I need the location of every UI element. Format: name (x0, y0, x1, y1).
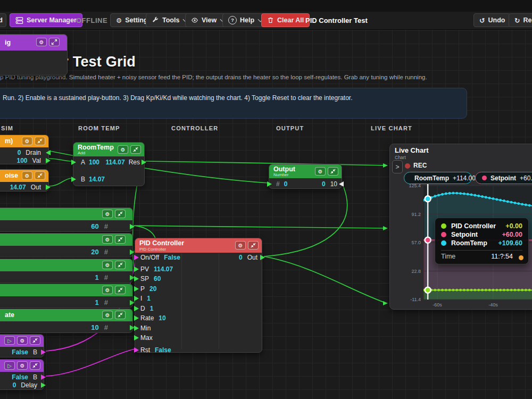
val-value[interactable]: 100 (17, 157, 28, 164)
setpoint-const-node[interactable]: ⚙ 60 # (0, 207, 133, 232)
output-right-port[interactable] (339, 181, 344, 187)
gear-icon[interactable]: ⚙ (22, 171, 32, 180)
collapse-icon[interactable] (35, 171, 45, 180)
gear-icon[interactable]: ⚙ (102, 261, 113, 269)
rst-input-port[interactable] (134, 347, 139, 353)
output-number-node[interactable]: Output Number ⚙ # 0 0 10 (269, 164, 342, 189)
collapse-icon[interactable] (115, 286, 126, 294)
heater-sim-node[interactable]: m) ⚙ 0 Drain 100 Val (0, 135, 49, 164)
noise-node[interactable]: oise ⚙ 14.07 Out (0, 169, 49, 192)
play-icon[interactable]: ▷ (4, 361, 15, 370)
legend-chip-roomtemp[interactable]: RoomTemp +114.00 (404, 172, 472, 184)
d-input-port[interactable] (134, 306, 139, 311)
input-b-port[interactable] (71, 177, 76, 182)
onoff-input-port[interactable] (134, 255, 139, 260)
pid-controller-node[interactable]: PID Controller PID Controller ⚙ On/OffFa… (135, 238, 262, 353)
rate-value[interactable]: 10 (91, 323, 98, 331)
collapse-icon[interactable] (130, 145, 141, 154)
onoff-value[interactable]: False (164, 254, 180, 261)
p-input-port[interactable] (134, 286, 139, 292)
reset-toggle-node[interactable]: ▷ ⚙ False B 0 Delay (0, 359, 44, 390)
collapse-icon[interactable] (30, 361, 40, 370)
gear-icon[interactable]: ⚙ (17, 361, 28, 370)
pid-output-port[interactable] (260, 255, 265, 260)
rate-const-node[interactable]: ate ⚙ 10 # (0, 309, 133, 333)
min-input-port[interactable] (134, 326, 139, 331)
val-output-port[interactable] (46, 158, 51, 163)
play-icon[interactable]: ▷ (4, 336, 15, 345)
rec-indicator-dot[interactable] (405, 163, 410, 169)
drain-value[interactable]: 0 (18, 149, 21, 156)
gear-icon[interactable]: ⚙ (102, 235, 113, 244)
delay-value[interactable]: 0 (13, 381, 16, 389)
expand-icon[interactable] (49, 38, 60, 46)
collapse-icon[interactable] (328, 167, 338, 176)
kp-const-node[interactable]: ⚙ 20 # (0, 233, 133, 257)
kp-output-port[interactable] (130, 250, 135, 255)
noise-output-port[interactable] (46, 185, 51, 190)
ki-value[interactable]: 1 (95, 273, 99, 281)
gear-icon[interactable]: ⚙ (17, 336, 28, 345)
gear-icon[interactable]: ⚙ (36, 38, 47, 46)
undo-button[interactable]: ↺ Undo (473, 13, 511, 27)
kd-const-node[interactable]: ⚙ 1 # (0, 284, 133, 308)
sp-value[interactable]: 60 (154, 275, 161, 282)
chart-input-arrows[interactable] (383, 163, 388, 305)
i-input-port[interactable] (134, 296, 139, 301)
config-node[interactable]: ig ⚙ (0, 34, 68, 76)
clear-all-button[interactable]: Clear All (261, 13, 310, 27)
rst-value[interactable]: False (155, 346, 171, 354)
gear-icon[interactable]: ⚙ (22, 137, 32, 145)
collapse-icon[interactable] (35, 137, 45, 145)
noise-out-value[interactable]: 14.07 (10, 184, 26, 191)
chip-roomtemp-name: RoomTemp (414, 174, 449, 182)
input-b-value[interactable]: 14.07 (89, 176, 105, 183)
d-value[interactable]: 1 (150, 305, 154, 312)
reset-output-port[interactable] (41, 375, 46, 380)
drain-input-port[interactable] (46, 150, 51, 155)
enable-value[interactable]: False (12, 348, 28, 356)
sp-input-port[interactable] (134, 276, 139, 281)
roomtemp-node-subtitle: Add (78, 151, 85, 155)
partial-left-button[interactable]: d (0, 13, 6, 27)
ki-const-node[interactable]: ⚙ 1 # (0, 259, 133, 283)
chart-trigger-port[interactable]: > (392, 160, 403, 173)
enable-output-port[interactable] (41, 350, 46, 355)
svg-text:-11.4: -11.4 (410, 297, 421, 302)
collapse-icon[interactable] (248, 241, 259, 250)
setpoint-value[interactable]: 60 (91, 222, 98, 230)
collapse-icon[interactable] (115, 210, 126, 218)
i-value[interactable]: 1 (147, 295, 151, 302)
p-value[interactable]: 20 (149, 285, 156, 293)
legend-chip-setpoint[interactable]: Setpoint +60.00 (475, 172, 532, 184)
kd-value[interactable]: 1 (95, 298, 99, 306)
res-output-port[interactable] (142, 160, 146, 165)
gear-icon[interactable]: ⚙ (102, 311, 113, 319)
collapse-icon[interactable] (30, 336, 40, 345)
max-input-port[interactable] (134, 335, 139, 340)
redo-button[interactable]: ↻ Redo (509, 13, 532, 27)
gear-icon[interactable]: ⚙ (118, 145, 128, 154)
gear-icon[interactable]: ⚙ (102, 210, 113, 218)
enable-toggle-node[interactable]: ▷ ⚙ False B (0, 334, 44, 358)
reset-value[interactable]: False (12, 373, 28, 381)
rec-label[interactable]: REC (413, 162, 427, 169)
pv-input-port[interactable] (134, 267, 139, 272)
gear-icon[interactable]: ⚙ (235, 241, 246, 250)
live-chart-node[interactable]: 125.491.257.022.8-11.4-60s-40s Live Char… (389, 144, 532, 310)
input-a-port[interactable] (71, 160, 76, 165)
delay-output-port[interactable] (41, 383, 46, 388)
output-input-port[interactable] (267, 181, 272, 187)
kp-value[interactable]: 20 (91, 248, 98, 256)
setpoint-output-port[interactable] (130, 224, 135, 229)
gear-icon[interactable]: ⚙ (315, 167, 326, 176)
rate-value[interactable]: 10 (159, 314, 165, 322)
collapse-icon[interactable] (115, 311, 126, 319)
input-a-value[interactable]: 100 (89, 159, 99, 166)
collapse-icon[interactable] (115, 261, 126, 269)
roomtemp-node[interactable]: RoomTemp Add ⚙ A 100 114.07 Res B 14.07 (73, 142, 145, 186)
server-manager-button[interactable]: Server Manager (10, 13, 82, 27)
gear-icon[interactable]: ⚙ (102, 286, 113, 294)
collapse-icon[interactable] (115, 235, 126, 244)
rate-input-port[interactable] (134, 315, 139, 321)
